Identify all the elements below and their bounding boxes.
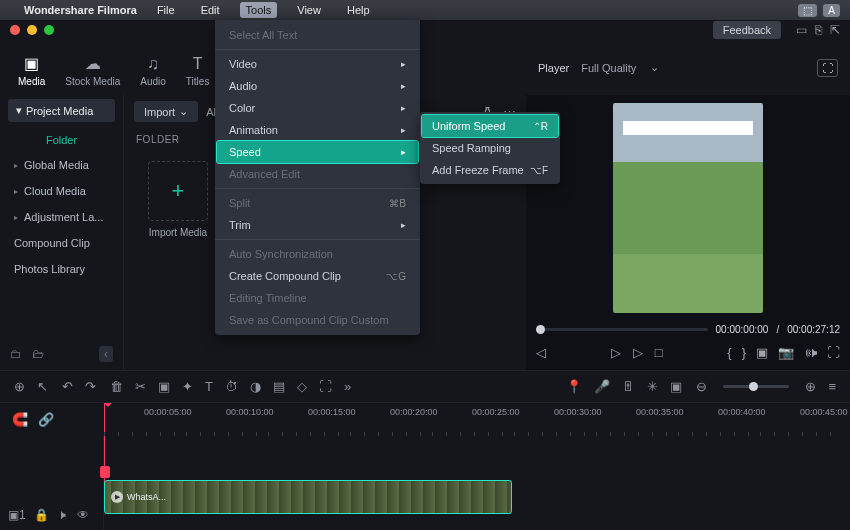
tool-pointer-icon[interactable]: ⊕ — [14, 379, 25, 394]
tool-select-icon[interactable]: ↖ — [37, 379, 48, 394]
visibility-icon[interactable]: 👁 — [77, 508, 89, 522]
chevron-right-icon: ▸ — [14, 161, 18, 170]
more-tools-icon[interactable]: » — [344, 379, 351, 394]
lock-icon[interactable]: 🔒 — [34, 508, 49, 522]
tab-titles[interactable]: TTitles — [186, 55, 210, 87]
beat-icon[interactable]: ✳ — [647, 379, 658, 394]
chevron-right-icon: ▸ — [401, 81, 406, 91]
close-icon[interactable] — [10, 25, 20, 35]
redo-icon[interactable]: ↷ — [85, 379, 96, 394]
a-icon[interactable]: A — [823, 4, 840, 17]
mask-icon[interactable]: ▤ — [273, 379, 285, 394]
sidebar-item-photos[interactable]: Photos Library — [0, 256, 123, 282]
menu-split: Split⌘B — [215, 192, 420, 214]
import-button[interactable]: Import⌄ — [134, 101, 198, 122]
snapshot-button[interactable]: ⛶ — [817, 59, 838, 77]
sidebar-item-global[interactable]: ▸Global Media — [0, 152, 123, 178]
zoom-out-icon[interactable]: ⊖ — [696, 379, 707, 394]
menu-video[interactable]: Video▸ — [215, 53, 420, 75]
mixer-icon[interactable]: 🎚 — [622, 379, 635, 394]
fullscreen-icon[interactable]: ⛶ — [827, 345, 840, 360]
magnet-icon[interactable]: 🧲 — [12, 412, 28, 427]
menu-view[interactable]: View — [291, 2, 327, 18]
menu-edit[interactable]: Edit — [195, 2, 226, 18]
menu-color[interactable]: Color▸ — [215, 97, 420, 119]
video-frame[interactable] — [526, 95, 850, 320]
menu-audio[interactable]: Audio▸ — [215, 75, 420, 97]
stop-button[interactable]: □ — [655, 345, 663, 360]
delete-icon[interactable]: 🗑 — [110, 379, 123, 394]
crop-icon[interactable]: ▣ — [756, 345, 768, 360]
mark-in-icon[interactable]: { — [727, 345, 731, 360]
track-badge[interactable]: ▣1 — [8, 508, 26, 522]
video-clip[interactable]: ▶ WhatsA... — [104, 480, 512, 514]
folder-alt-icon[interactable]: 🗁 — [32, 347, 44, 361]
tab-stock[interactable]: ☁Stock Media — [65, 54, 120, 87]
collapse-sidebar-button[interactable]: ‹ — [99, 346, 113, 362]
timeline-toolbar: ⊕ ↖ ↶ ↷ 🗑 ✂ ▣ ✦ T ⏱ ◑ ▤ ◇ ⛶ » 📍 🎤 🎚 ✳ ▣ … — [0, 370, 850, 402]
transform-icon[interactable]: ⛶ — [319, 379, 332, 394]
menu-tools[interactable]: Tools — [240, 2, 278, 18]
mac-menubar: Wondershare Filmora File Edit Tools View… — [0, 0, 850, 20]
new-folder-icon[interactable]: 🗀 — [10, 347, 22, 361]
folder-label[interactable]: Folder — [0, 126, 123, 152]
menu-help[interactable]: Help — [341, 2, 376, 18]
maximize-icon[interactable] — [44, 25, 54, 35]
quality-select[interactable]: Full Quality⌄ — [581, 61, 659, 74]
mute-icon[interactable]: 🕨 — [57, 508, 69, 522]
tab-audio[interactable]: ♫Audio — [140, 55, 166, 87]
play-button[interactable]: ▷ — [611, 345, 621, 360]
menu-add-freeze[interactable]: Add Freeze Frame⌥F — [420, 159, 560, 181]
volume-icon[interactable]: 🕪 — [804, 345, 817, 360]
menu-trim[interactable]: Trim▸ — [215, 214, 420, 236]
menu-speed-ramping[interactable]: Speed Ramping — [420, 137, 560, 159]
menu-speed[interactable]: Speed▸ — [217, 141, 418, 163]
menu-uniform-speed[interactable]: Uniform Speed⌃R — [422, 115, 558, 137]
export-icon[interactable]: ⇱ — [830, 23, 840, 37]
stock-icon: ☁ — [85, 54, 101, 73]
prev-frame-button[interactable]: ◁ — [536, 345, 546, 360]
ruler-mark: 00:00:30:00 — [554, 407, 602, 417]
layout-icon[interactable]: ▭ — [796, 23, 807, 37]
render-icon[interactable]: ▣ — [670, 379, 682, 394]
speed-icon[interactable]: ⏱ — [225, 379, 238, 394]
preview-scrubber[interactable] — [536, 328, 708, 331]
layout-toggle-icon[interactable]: ≡ — [828, 379, 836, 394]
minimize-icon[interactable] — [27, 25, 37, 35]
menu-animation[interactable]: Animation▸ — [215, 119, 420, 141]
track-lane[interactable]: ▶ WhatsA... — [104, 436, 850, 530]
link-icon[interactable]: 🔗 — [38, 412, 54, 427]
menu-create-compound[interactable]: Create Compound Clip⌥G — [215, 265, 420, 287]
shop-icon[interactable]: ⬚ — [798, 4, 817, 17]
clip-start-handle[interactable] — [100, 466, 110, 478]
zoom-in-icon[interactable]: ⊕ — [805, 379, 816, 394]
menubar-right: ⬚ A — [798, 4, 840, 17]
cut-icon[interactable]: ✂ — [135, 379, 146, 394]
crop-tool-icon[interactable]: ▣ — [158, 379, 170, 394]
color-icon[interactable]: ◑ — [250, 379, 261, 394]
text-icon[interactable]: T — [205, 379, 213, 394]
import-media-tile[interactable]: + Import Media — [138, 161, 218, 238]
snapshot-icon[interactable]: 📷 — [778, 345, 794, 360]
sidebar-item-cloud[interactable]: ▸Cloud Media — [0, 178, 123, 204]
speed-submenu: Uniform Speed⌃R Speed Ramping Add Freeze… — [420, 112, 560, 184]
keyframe-icon[interactable]: ◇ — [297, 379, 307, 394]
feedback-button[interactable]: Feedback — [713, 21, 781, 39]
ruler-mark: 00:00:20:00 — [390, 407, 438, 417]
adjust-icon[interactable]: ✦ — [182, 379, 193, 394]
tab-media[interactable]: ▣Media — [18, 54, 45, 87]
sidebar-item-adjustment[interactable]: ▸Adjustment La... — [0, 204, 123, 230]
undo-icon[interactable]: ↶ — [62, 379, 73, 394]
sidebar-project[interactable]: ▾Project Media — [8, 99, 115, 122]
save-icon[interactable]: ⎘ — [815, 23, 822, 37]
step-button[interactable]: ▷ — [633, 345, 643, 360]
sidebar-item-compound[interactable]: Compound Clip — [0, 230, 123, 256]
mic-icon[interactable]: 🎤 — [594, 379, 610, 394]
marker-icon[interactable]: 📍 — [566, 379, 582, 394]
ruler-mark: 00:00:10:00 — [226, 407, 274, 417]
chevron-down-icon: ⌄ — [650, 61, 659, 74]
zoom-slider[interactable] — [723, 385, 789, 388]
timeline-ruler[interactable]: 🧲 🔗 00:00:05:0000:00:10:0000:00:15:0000:… — [0, 402, 850, 436]
mark-out-icon[interactable]: } — [742, 345, 746, 360]
menu-file[interactable]: File — [151, 2, 181, 18]
